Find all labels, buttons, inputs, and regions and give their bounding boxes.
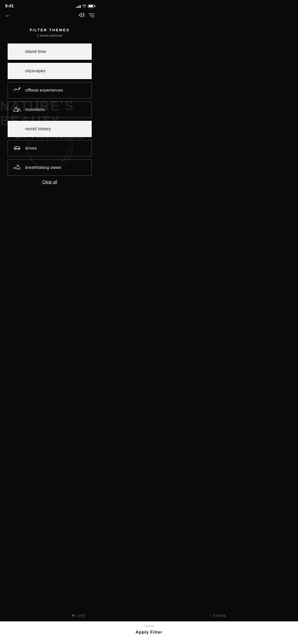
svg-point-13 xyxy=(19,87,20,89)
theme-item-drives[interactable]: drives xyxy=(8,140,92,156)
nav-bar: ← xyxy=(0,11,99,23)
theme-label-offbeat: offbeat experiences xyxy=(25,88,63,93)
svg-point-5 xyxy=(15,52,15,52)
svg-rect-7 xyxy=(17,69,18,73)
svg-rect-8 xyxy=(19,70,20,73)
svg-rect-10 xyxy=(15,70,15,71)
battery-icon xyxy=(88,5,94,8)
theme-item-breathtaking-views[interactable]: breathtaking views xyxy=(8,159,92,176)
signal-icon xyxy=(76,4,81,8)
theme-label-mountains: mountains xyxy=(25,107,45,112)
theme-item-island-time[interactable]: island time xyxy=(8,43,92,60)
theme-label-breathtaking: breathtaking views xyxy=(25,165,61,170)
theme-label-cityscapes: cityscapes xyxy=(25,69,46,73)
back-button[interactable]: ← xyxy=(5,13,11,19)
status-icons xyxy=(76,4,94,8)
theme-label-drives: drives xyxy=(25,146,37,151)
theme-label-revisit-history: revisit history xyxy=(25,127,51,131)
theme-item-offbeat[interactable]: offbeat experiences xyxy=(8,82,92,98)
nav-right-icons xyxy=(79,13,94,19)
breathtaking-views-icon xyxy=(13,163,21,172)
theme-item-cityscapes[interactable]: cityscapes xyxy=(8,63,92,79)
status-bar: 9:41 xyxy=(0,0,99,11)
main-content: FILTER THEMES 1 theme selected island ti… xyxy=(0,23,99,240)
island-time-icon xyxy=(13,47,21,56)
sound-icon[interactable] xyxy=(79,13,85,19)
drives-icon xyxy=(13,144,21,153)
menu-icon[interactable] xyxy=(89,13,94,19)
theme-label-island-time: island time xyxy=(25,49,46,54)
mountains-icon xyxy=(13,105,21,114)
clear-all-wrap: Clear all xyxy=(8,180,92,184)
offbeat-icon xyxy=(13,86,21,95)
svg-rect-14 xyxy=(15,128,19,131)
clear-all-button[interactable]: Clear all xyxy=(42,180,57,184)
status-time: 9:41 xyxy=(5,4,14,9)
svg-point-4 xyxy=(18,48,20,50)
back-arrow-icon: ← xyxy=(5,13,11,19)
svg-rect-12 xyxy=(17,69,18,70)
theme-item-mountains[interactable]: mountains xyxy=(8,101,92,118)
revisit-history-icon xyxy=(13,125,21,133)
wifi-icon xyxy=(82,5,86,8)
theme-list: island time cityscapes xyxy=(8,43,92,176)
svg-rect-6 xyxy=(14,70,16,73)
filter-subtitle: 1 theme selected xyxy=(8,34,92,37)
filter-title: FILTER THEMES xyxy=(8,28,92,32)
svg-rect-11 xyxy=(16,70,16,71)
svg-point-21 xyxy=(17,165,19,167)
theme-item-revisit-history[interactable]: revisit history xyxy=(8,121,92,137)
cityscapes-icon xyxy=(13,67,21,75)
